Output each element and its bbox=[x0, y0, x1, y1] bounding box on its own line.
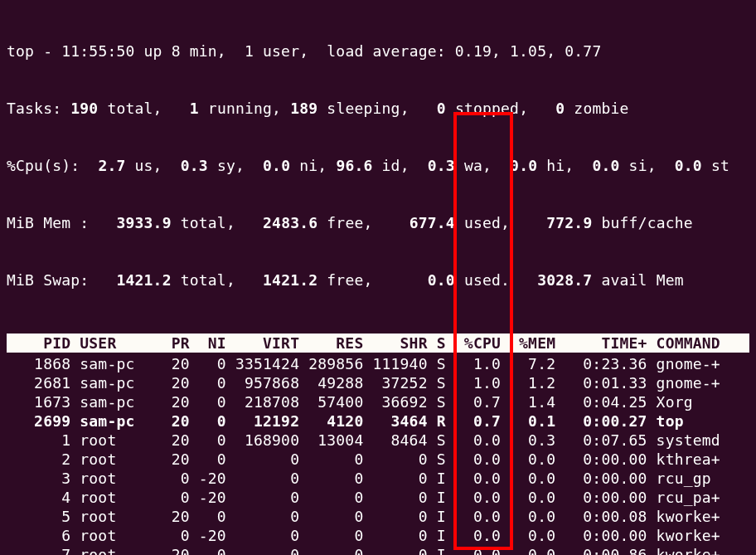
process-row[interactable]: 2 root 20 0 0 0 0 S 0.0 0.0 0:00.00 kthr… bbox=[7, 450, 749, 469]
process-row[interactable]: 5 root 20 0 0 0 0 I 0.0 0.0 0:00.08 kwor… bbox=[7, 507, 749, 526]
process-row[interactable]: 1 root 20 0 168900 13004 8464 S 0.0 0.3 … bbox=[7, 431, 749, 450]
process-row[interactable]: 3 root 0 -20 0 0 0 I 0.0 0.0 0:00.00 rcu… bbox=[7, 469, 749, 488]
tasks-line: Tasks: 190 total, 1 running, 189 sleepin… bbox=[7, 99, 749, 118]
process-list[interactable]: 1868 sam-pc 20 0 3351424 289856 111940 S… bbox=[7, 354, 749, 555]
uptime-line: top - 11:55:50 up 8 min, 1 user, load av… bbox=[7, 41, 749, 61]
cpu-line: %Cpu(s): 2.7 us, 0.3 sy, 0.0 ni, 96.6 id… bbox=[7, 156, 749, 175]
column-header[interactable]: PID USER PR NI VIRT RES SHR S %CPU %MEM … bbox=[7, 333, 749, 353]
swap-line: MiB Swap: 1421.2 total, 1421.2 free, 0.0… bbox=[7, 270, 749, 290]
process-row[interactable]: 7 root 20 0 0 0 0 I 0.0 0.0 0:00.86 kwor… bbox=[7, 545, 749, 555]
process-row[interactable]: 4 root 0 -20 0 0 0 I 0.0 0.0 0:00.00 rcu… bbox=[7, 488, 749, 507]
mem-line: MiB Mem : 3933.9 total, 2483.6 free, 677… bbox=[7, 213, 749, 232]
summary-area: top - 11:55:50 up 8 min, 1 user, load av… bbox=[7, 3, 749, 329]
process-row[interactable]: 6 root 0 -20 0 0 0 I 0.0 0.0 0:00.00 kwo… bbox=[7, 526, 749, 545]
process-row[interactable]: 1673 sam-pc 20 0 218708 57400 36692 S 0.… bbox=[7, 392, 749, 411]
process-row[interactable]: 1868 sam-pc 20 0 3351424 289856 111940 S… bbox=[7, 354, 749, 373]
process-row[interactable]: 2681 sam-pc 20 0 957868 49288 37252 S 1.… bbox=[7, 373, 749, 392]
terminal: { "header": { "line1_prefix": "top - ", … bbox=[0, 0, 756, 555]
process-row[interactable]: 2699 sam-pc 20 0 12192 4120 3464 R 0.7 0… bbox=[7, 411, 749, 431]
